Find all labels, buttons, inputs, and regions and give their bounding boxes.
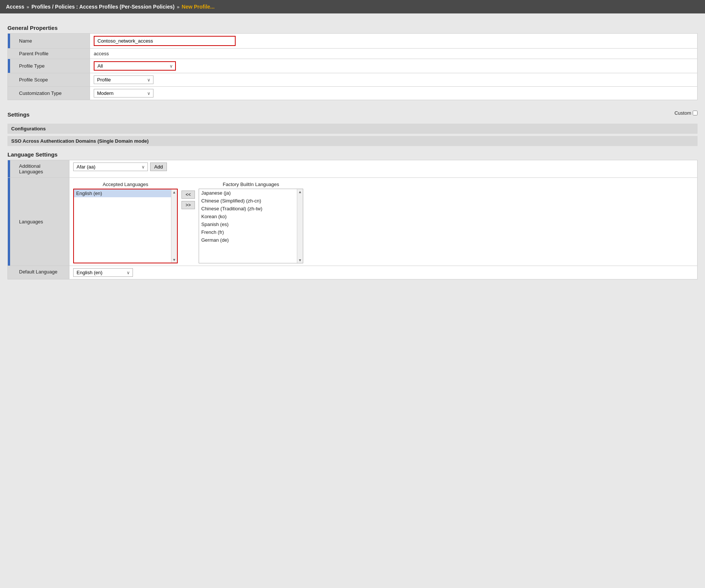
accepted-scrollbar: ▲ ▼ bbox=[171, 189, 177, 263]
profile-type-select-wrapper: All LTM-APM SSL-VPN Portal Access bbox=[94, 61, 176, 71]
transfer-right-button[interactable]: >> bbox=[181, 201, 195, 209]
customization-type-select-wrapper: Modern Standard bbox=[94, 89, 153, 98]
default-lang-area: English (en) Japanese (ja) French (fr) G… bbox=[73, 268, 693, 277]
list-item[interactable]: Spanish (es) bbox=[199, 220, 297, 228]
breadcrumb-profiles: Profiles / Policies : Access Profiles (P… bbox=[31, 4, 174, 10]
profile-scope-select-wrapper: Profile Global Named bbox=[94, 75, 153, 84]
additional-languages-label: Additional Languages bbox=[8, 160, 69, 178]
language-settings-heading: Language Settings bbox=[7, 151, 698, 158]
customization-type-select[interactable]: Modern Standard bbox=[94, 89, 153, 98]
customization-type-row: Customization Type Modern Standard bbox=[8, 87, 698, 100]
additional-languages-value-cell: Afar (aa) Abkhazian (ab) Afrikaans (af) … bbox=[69, 160, 698, 178]
custom-checkbox-area: Custom bbox=[674, 110, 698, 116]
profile-scope-row: Profile Scope Profile Global Named bbox=[8, 73, 698, 87]
profile-scope-label: Profile Scope bbox=[8, 73, 90, 87]
main-content: General Properties Name Parent Profile a… bbox=[0, 13, 705, 285]
list-item[interactable]: Korean (ko) bbox=[199, 213, 297, 220]
profile-type-value-cell: All LTM-APM SSL-VPN Portal Access bbox=[90, 59, 698, 73]
name-row: Name bbox=[8, 34, 698, 49]
additional-lang-select-wrapper: Afar (aa) Abkhazian (ab) Afrikaans (af) … bbox=[73, 163, 148, 171]
breadcrumb-access: Access bbox=[6, 4, 24, 10]
breadcrumb-new-profile: New Profile... bbox=[182, 4, 215, 10]
factory-scroll-up[interactable]: ▲ bbox=[298, 190, 302, 194]
accepted-scroll-up[interactable]: ▲ bbox=[173, 190, 176, 194]
sso-section: SSO Across Authentication Domains (Singl… bbox=[7, 136, 698, 146]
list-item[interactable]: Japanese (ja) bbox=[199, 189, 297, 197]
parent-profile-value: access bbox=[94, 49, 109, 58]
language-settings-table: Additional Languages Afar (aa) Abkhazian… bbox=[7, 160, 698, 279]
profile-scope-select[interactable]: Profile Global Named bbox=[94, 75, 153, 84]
name-label: Name bbox=[8, 34, 90, 49]
parent-profile-row: Parent Profile access bbox=[8, 49, 698, 59]
name-value-cell bbox=[90, 34, 698, 49]
list-item[interactable]: English (en) bbox=[74, 189, 171, 197]
additional-lang-select[interactable]: Afar (aa) Abkhazian (ab) Afrikaans (af) … bbox=[73, 163, 148, 171]
default-language-row: Default Language English (en) Japanese (… bbox=[8, 266, 698, 279]
parent-profile-label: Parent Profile bbox=[8, 49, 90, 59]
transfer-buttons: << >> bbox=[178, 191, 199, 209]
settings-section: Settings Custom bbox=[7, 106, 698, 120]
factory-languages-listbox-inner[interactable]: Japanese (ja) Chinese (Simplified) (zh-c… bbox=[199, 189, 297, 263]
customization-type-value-cell: Modern Standard bbox=[90, 87, 698, 100]
breadcrumb-arrow-2: » bbox=[177, 4, 179, 10]
custom-label: Custom bbox=[674, 110, 691, 116]
general-properties-heading: General Properties bbox=[7, 25, 698, 31]
breadcrumb-arrow-1: » bbox=[27, 4, 29, 10]
profile-type-select[interactable]: All LTM-APM SSL-VPN Portal Access bbox=[94, 61, 176, 71]
configurations-heading: Configurations bbox=[11, 126, 46, 131]
factory-languages-listbox-outer: Japanese (ja) Chinese (Simplified) (zh-c… bbox=[199, 189, 303, 263]
profile-type-row: Profile Type All LTM-APM SSL-VPN Portal … bbox=[8, 59, 698, 73]
configurations-section: Configurations bbox=[7, 124, 698, 134]
list-item[interactable]: French (fr) bbox=[199, 228, 297, 236]
general-properties-table: Name Parent Profile access Profile Type bbox=[7, 33, 698, 100]
default-language-value-cell: English (en) Japanese (ja) French (fr) G… bbox=[69, 266, 698, 279]
custom-checkbox[interactable] bbox=[693, 111, 698, 115]
parent-profile-value-cell: access bbox=[90, 49, 698, 59]
dual-list-container: Accepted Languages English (en) ▲ ▼ bbox=[73, 180, 693, 263]
transfer-left-button[interactable]: << bbox=[181, 191, 195, 199]
accepted-languages-listbox-outer: English (en) ▲ ▼ bbox=[73, 189, 178, 263]
settings-row: Settings Custom bbox=[7, 106, 698, 120]
languages-value-cell: Accepted Languages English (en) ▲ ▼ bbox=[69, 178, 698, 266]
default-language-select[interactable]: English (en) Japanese (ja) French (fr) G… bbox=[73, 268, 133, 277]
accepted-languages-wrapper: Accepted Languages English (en) ▲ ▼ bbox=[73, 180, 178, 263]
profile-scope-value-cell: Profile Global Named bbox=[90, 73, 698, 87]
accepted-languages-listbox-inner[interactable]: English (en) bbox=[74, 189, 171, 263]
factory-scroll-down[interactable]: ▼ bbox=[298, 258, 302, 262]
default-language-select-wrapper: English (en) Japanese (ja) French (fr) G… bbox=[73, 268, 133, 277]
factory-scrollbar: ▲ ▼ bbox=[297, 189, 303, 263]
list-item[interactable]: Chinese (Simplified) (zh-cn) bbox=[199, 197, 297, 205]
list-item[interactable]: German (de) bbox=[199, 236, 297, 244]
sso-heading: SSO Across Authentication Domains (Singl… bbox=[11, 138, 149, 144]
profile-type-label: Profile Type bbox=[8, 59, 90, 73]
name-input[interactable] bbox=[94, 36, 236, 46]
languages-row: Languages Accepted Languages English (en… bbox=[8, 178, 698, 266]
settings-heading: Settings bbox=[7, 111, 29, 118]
accepted-languages-label: Accepted Languages bbox=[73, 180, 178, 189]
default-language-label: Default Language bbox=[8, 266, 69, 279]
factory-languages-wrapper: Factory BuiltIn Languages Japanese (ja) … bbox=[199, 180, 303, 263]
languages-label: Languages bbox=[8, 178, 69, 266]
factory-languages-label: Factory BuiltIn Languages bbox=[199, 180, 303, 189]
add-language-button[interactable]: Add bbox=[150, 163, 167, 171]
accepted-scroll-down[interactable]: ▼ bbox=[173, 258, 176, 262]
customization-type-label: Customization Type bbox=[8, 87, 90, 100]
list-item[interactable]: Chinese (Traditional) (zh-tw) bbox=[199, 205, 297, 213]
additional-languages-row: Additional Languages Afar (aa) Abkhazian… bbox=[8, 160, 698, 178]
breadcrumb-bar: Access » Profiles / Policies : Access Pr… bbox=[0, 0, 705, 13]
add-lang-row: Afar (aa) Abkhazian (ab) Afrikaans (af) … bbox=[73, 163, 693, 171]
